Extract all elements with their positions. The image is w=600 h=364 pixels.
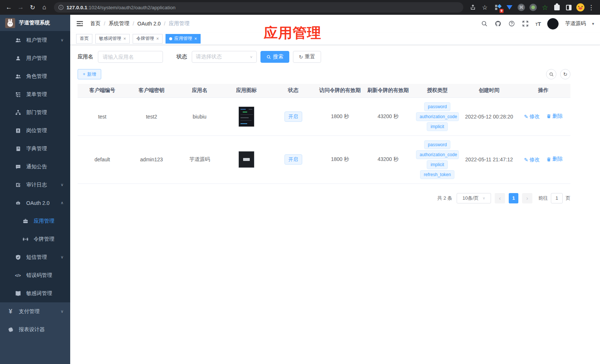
- extensions-puzzle-icon[interactable]: [553, 3, 561, 11]
- breadcrumb-home[interactable]: 首页: [90, 20, 100, 27]
- breadcrumb-separator: /: [133, 21, 134, 27]
- breadcrumb-system[interactable]: 系统管理: [109, 20, 129, 27]
- add-button-label: 新增: [87, 71, 96, 78]
- extension-grid-icon[interactable]: 9: [494, 3, 502, 11]
- site-info-icon[interactable]: [58, 5, 64, 10]
- col-secret: 客户端密钥: [127, 84, 176, 97]
- sidebar-item-user[interactable]: 用户管理: [0, 49, 70, 67]
- page-content: 应用名 状态 请选择状态 ∨ 搜索 ↻ 重置: [70, 45, 600, 364]
- page-number-1[interactable]: 1: [509, 193, 518, 203]
- close-icon[interactable]: ×: [194, 36, 197, 41]
- extension-command-icon[interactable]: ⌘: [517, 3, 525, 11]
- toggle-search-icon[interactable]: [546, 69, 556, 79]
- col-created: 创建时间: [462, 84, 516, 97]
- edit-button[interactable]: ✎ 修改: [524, 157, 540, 163]
- forward-icon[interactable]: →: [16, 2, 26, 13]
- chevron-down-icon: ∨: [61, 182, 64, 187]
- url-text[interactable]: 127.0.0.1:1024/system/oauth2/oauth2/appl…: [67, 5, 175, 10]
- next-page-button[interactable]: ›: [522, 193, 532, 203]
- bookmark-star-icon[interactable]: ☆: [480, 2, 490, 13]
- caret-down-icon[interactable]: ▾: [592, 21, 594, 26]
- grant-tag: authorization_code: [416, 112, 459, 121]
- browser-toolbar: ← → ↻ ⌂ 127.0.0.1:1024/system/oauth2/oau…: [0, 0, 600, 15]
- font-size-icon[interactable]: TT: [535, 21, 541, 27]
- back-icon[interactable]: ←: [4, 2, 14, 13]
- sidebar-item-oauth2[interactable]: OAuth 2.0 ∧: [0, 194, 70, 212]
- breadcrumb-oauth[interactable]: OAuth 2.0: [137, 21, 161, 27]
- extension-gem-icon[interactable]: [505, 3, 514, 11]
- sidebar-item-payment[interactable]: ¥ 支付管理 ∨: [0, 302, 70, 320]
- sidebar-item-label: 字典管理: [26, 145, 47, 152]
- sidebar-item-notice[interactable]: 通知公告: [0, 158, 70, 176]
- close-icon[interactable]: ×: [123, 36, 126, 41]
- sidebar-item-dept[interactable]: 部门管理: [0, 103, 70, 121]
- app-logo-area[interactable]: 芋道管理系统: [0, 15, 70, 31]
- sidebar-item-audit-log[interactable]: 审计日志 ∨: [0, 176, 70, 194]
- goto-page-input[interactable]: [551, 193, 563, 203]
- col-access-validity: 访问令牌的有效期: [317, 84, 364, 97]
- close-icon[interactable]: ×: [156, 36, 159, 41]
- status-badge[interactable]: 开启: [284, 111, 302, 122]
- grant-tag: refresh_token: [420, 170, 454, 179]
- address-bar[interactable]: 127.0.0.1:1024/system/oauth2/oauth2/appl…: [54, 2, 463, 13]
- search-icon[interactable]: [481, 20, 488, 27]
- user-avatar[interactable]: [547, 18, 559, 30]
- browser-menu-icon[interactable]: ⋮: [586, 2, 596, 13]
- add-button[interactable]: + 新增: [78, 69, 101, 79]
- reset-button[interactable]: ↻ 重置: [293, 51, 321, 63]
- header-actions: TT 芋道源码 ▾: [481, 18, 594, 30]
- chevron-down-icon: ∨: [483, 196, 485, 200]
- sidebar-item-report-designer[interactable]: 报表设计器: [0, 320, 70, 339]
- chevron-up-icon: ∧: [61, 200, 64, 205]
- help-icon[interactable]: [508, 20, 515, 27]
- sidebar-item-role[interactable]: 角色管理: [0, 67, 70, 85]
- sidebar-item-post[interactable]: 岗位管理: [0, 121, 70, 140]
- user-icon: [15, 55, 21, 61]
- page-size-select[interactable]: 10条/页 ∨: [457, 193, 491, 203]
- search-button-label: 搜索: [273, 54, 283, 60]
- reload-icon[interactable]: ↻: [27, 2, 38, 13]
- delete-button[interactable]: 删除: [546, 113, 563, 120]
- refresh-table-icon[interactable]: ↻: [560, 69, 570, 79]
- user-name[interactable]: 芋道源码: [565, 20, 586, 27]
- sidebar-item-sensitive-words[interactable]: 敏感词管理: [0, 284, 70, 302]
- app-logo-image: [5, 18, 15, 28]
- url-host: 127.0.0.1: [67, 5, 87, 10]
- page-size-value: 10条/页: [463, 195, 479, 202]
- sidebar-submenu-system: 租户管理 ∨ 用户管理 角色管理 菜单管理 部门管理 岗位管理: [0, 31, 70, 302]
- edit-button[interactable]: ✎ 修改: [524, 113, 540, 120]
- tab-application[interactable]: 应用管理 ×: [166, 34, 201, 44]
- edit-note-icon: [15, 182, 21, 188]
- tab-token[interactable]: 令牌管理 ×: [133, 34, 163, 44]
- sidepanel-icon[interactable]: [565, 3, 573, 11]
- tab-home[interactable]: 首页: [76, 34, 92, 44]
- status-badge[interactable]: 开启: [284, 154, 302, 165]
- plus-icon: +: [83, 72, 85, 77]
- extension-record-icon[interactable]: [529, 3, 537, 11]
- goto-label: 前往: [538, 195, 548, 202]
- sidebar-item-oauth-token[interactable]: 令牌管理: [0, 230, 70, 248]
- status-select[interactable]: 请选择状态 ∨: [192, 51, 257, 63]
- prev-page-button[interactable]: ‹: [495, 193, 505, 203]
- delete-button[interactable]: 删除: [546, 156, 563, 162]
- edit-pen-icon: ✎: [524, 114, 528, 120]
- tab-sensitive-words[interactable]: 敏感词管理 ×: [95, 34, 130, 44]
- sidebar-item-menu[interactable]: 菜单管理: [0, 85, 70, 103]
- profile-avatar-icon[interactable]: [576, 3, 584, 11]
- extension-green-star-icon[interactable]: ☆: [541, 3, 549, 11]
- home-icon[interactable]: ⌂: [39, 2, 50, 13]
- share-icon[interactable]: [468, 2, 478, 13]
- sidebar-item-oauth-application[interactable]: 应用管理: [0, 212, 70, 230]
- sidebar-item-tenant[interactable]: 租户管理 ∨: [0, 31, 70, 49]
- github-icon[interactable]: [494, 20, 502, 27]
- shield-check-icon: [15, 254, 21, 260]
- search-button[interactable]: 搜索: [260, 51, 289, 63]
- col-grant-types: 授权类型: [413, 84, 462, 97]
- sidebar-item-sms[interactable]: 短信管理 ∨: [0, 248, 70, 266]
- fullscreen-icon[interactable]: [522, 20, 529, 27]
- roles-icon: [15, 73, 21, 79]
- sidebar-item-error-code[interactable]: </> 错误码管理: [0, 266, 70, 284]
- app-name-input[interactable]: [98, 51, 163, 63]
- sidebar-fold-icon[interactable]: [76, 20, 84, 28]
- sidebar-item-dict[interactable]: 字典管理: [0, 140, 70, 158]
